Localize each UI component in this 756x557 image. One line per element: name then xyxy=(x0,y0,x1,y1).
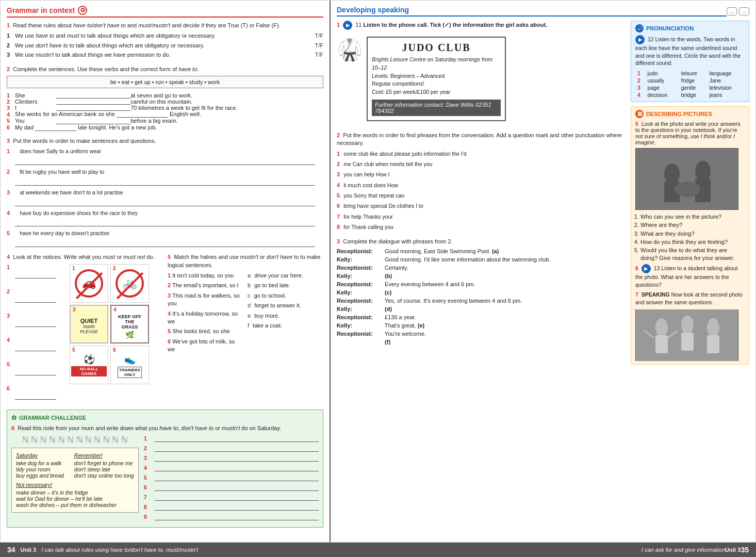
grammar-section-header: Grammar in context ⚙ xyxy=(7,6,323,18)
left-page: Grammar in context ⚙ 1 Read these rules … xyxy=(1,1,331,542)
chat-icon-2: ... xyxy=(739,7,749,15)
describing-pictures-box: 🖼 DESCRIBING PICTURES 5 Look at the phot… xyxy=(631,106,749,365)
right-main-column: 1 ▶ 11 Listen to the phone call. Tick (✓… xyxy=(337,21,623,369)
right-ex1-instruction: 1 ▶ 11 Listen to the phone call. Tick (✓… xyxy=(337,21,623,30)
pronun-row-1: 1 judo leisure language xyxy=(635,70,745,77)
judo-club-title: JUDO CLUB xyxy=(372,42,501,54)
blank-1: 1 xyxy=(144,435,319,442)
right-ex2-instruction: 2 Put the words in order to find phrases… xyxy=(337,132,623,148)
dialogue-11: Receptionist: You're welcome. xyxy=(337,331,623,337)
svg-rect-12 xyxy=(707,335,719,353)
grammar-challenge-content: ℕ ℕ ℕ ℕ ℕ ℕ ℕ ℕ ℕ ℕ ℕ ℕ Saturday take do… xyxy=(11,435,319,523)
right-ex3-instruction: 3 Complete the dialogue with phrases fro… xyxy=(337,238,623,245)
ex2-item-6: 6 bring have special Do clothes I to xyxy=(337,202,623,210)
sent-row-1: 1 She at seven and go to work. xyxy=(7,92,323,99)
tf-item-3: 3 We use mustn't to talk about things we… xyxy=(7,51,323,59)
right-exercise-1: 1 ▶ 11 Listen to the phone call. Tick (✓… xyxy=(337,21,623,125)
svg-point-8 xyxy=(681,316,694,334)
describe-exercise-7: 7 SPEAKING Now look at the second photo … xyxy=(635,291,745,361)
exercise-4-instruction: 4 Look at the notices. Write what you mu… xyxy=(7,253,162,261)
svg-point-5 xyxy=(675,182,700,197)
ex3-item-3: 3 at weekends we have don't to a lot pra… xyxy=(7,189,323,206)
exercise-5-instruction: 5 Match the halves and use mustn't or do… xyxy=(168,253,323,269)
photo-2 xyxy=(635,309,738,361)
bottom-bar: 34 Unit 3 I can talk about rules using h… xyxy=(0,543,756,557)
dialogue-12: (f) xyxy=(337,339,623,345)
dialogue-3: Receptionist: Certainly. xyxy=(337,265,623,271)
right-header: Developing speaking ... ... xyxy=(337,6,749,17)
svg-point-1 xyxy=(664,163,680,184)
tf-item-2: 2 We use don't have to to talk about thi… xyxy=(7,42,323,50)
note-area: ℕ ℕ ℕ ℕ ℕ ℕ ℕ ℕ ℕ ℕ ℕ ℕ Saturday take do… xyxy=(11,435,139,523)
judo-club-body: Brights Leisure Centre on Saturday morni… xyxy=(372,56,501,96)
svg-point-2 xyxy=(695,161,711,182)
exercise-1: 1 Read these rules about have to/don't h… xyxy=(7,22,323,59)
judo-club-box: JUDO CLUB Brights Leisure Centre on Satu… xyxy=(367,37,506,121)
blank-6: 6 xyxy=(144,484,319,491)
exercise-6-instruction: 6 Read this note from your mum and write… xyxy=(11,424,319,432)
svg-rect-0 xyxy=(636,148,738,210)
ex2-item-2: 2 me Can club when meets tell the you xyxy=(337,160,623,168)
sent-row-2: 2 Climbers careful on this mountain. xyxy=(7,99,323,105)
svg-point-7 xyxy=(655,318,668,337)
dialogue-4: Kelly: (b) xyxy=(337,273,623,279)
bottom-left: 34 Unit 3 I can talk about rules using h… xyxy=(0,543,330,557)
ex2-item-4: 4 it much cost does How xyxy=(337,182,623,189)
question-4: How do you think they are feeling? xyxy=(640,238,745,245)
page-num-left: 34 xyxy=(7,546,15,554)
judo-image-area: 🥋 xyxy=(337,38,363,62)
right-content: 1 ▶ 11 Listen to the phone call. Tick (✓… xyxy=(337,21,749,369)
dialogue-1: Receptionist: Good morning, East Side Sw… xyxy=(337,248,623,254)
can-do-left: I can talk about rules using have to/don… xyxy=(41,547,198,553)
ex2-item-1: 1 some club like about please judo infor… xyxy=(337,150,623,158)
notice-2: 2 🚲 xyxy=(110,264,149,303)
question-5: Would you like to do what they are doing… xyxy=(640,247,745,261)
right-exercise-2: 2 Put the words in order to find phrases… xyxy=(337,132,623,232)
exercise-2: 2 Complete the sentences. Use these verb… xyxy=(7,65,323,131)
note-not-necessary: Not necessary! make dinner – it's in the… xyxy=(16,482,134,508)
blank-3: 3 xyxy=(144,454,319,462)
dialogue-8: Kelly: (d) xyxy=(337,306,623,312)
notices-container: 1 2 3 4 5 6 1 🚗 xyxy=(7,264,162,409)
pronun-row-4: 4 decision bridge jeans xyxy=(635,91,745,99)
notice-1: 1 🚗 xyxy=(70,264,108,303)
blank-7: 7 xyxy=(144,494,319,501)
match-container: 1 It isn't cold today, so you 2 The emai… xyxy=(168,272,323,356)
developing-speaking-title: Developing speaking xyxy=(337,6,409,14)
match-right: a drive your car here. b go to bed late.… xyxy=(248,272,323,356)
judo-club-area: 🥋 JUDO CLUB Brights Leisure Centre on Sa… xyxy=(337,32,623,125)
describe-exercise-6: 6 ▶ 13 Listen to a student talking about… xyxy=(635,264,745,288)
questions-list-1: Who can you see in the picture? Where ar… xyxy=(640,213,745,261)
notice-5: 5 ⚽ NO BALL GAMES xyxy=(70,346,108,384)
sent-row-4: 4 She works for an American bank so she … xyxy=(7,111,323,118)
mum-note: Saturday take dog for a walk tidy your r… xyxy=(11,448,139,513)
blank-2: 2 xyxy=(144,445,319,452)
dialogue-7: Receptionist: Yes, of course. It's every… xyxy=(337,298,623,304)
dialogue-6: Kelly: (c) xyxy=(337,289,623,296)
ex3-item-1: 1 does have Sally to a uniform wear xyxy=(7,148,323,165)
ex2-item-8: 8 for Thank calling you xyxy=(337,223,623,231)
pronun-table: 1 judo leisure language 2 usually fridge… xyxy=(635,70,745,99)
svg-rect-10 xyxy=(655,335,668,353)
grammar-challenge-header: ✿ GRAMMAR CHALLENGE xyxy=(11,414,319,421)
svg-point-9 xyxy=(707,318,719,337)
describing-pictures-header: 🖼 DESCRIBING PICTURES xyxy=(635,110,745,118)
exercise-3: 3 Put the words in order to make sentenc… xyxy=(7,137,323,247)
chat-icons: ... ... xyxy=(727,7,749,15)
bottom-right: I can ask for and give information Unit … xyxy=(330,543,756,557)
ex3-item-5: 5 have he every day to doesn't practise xyxy=(7,230,323,247)
photo-1 xyxy=(635,148,738,210)
dialogue-2: Kelly: Good morning. I'd like some infor… xyxy=(337,256,623,263)
right-exercise-3: 3 Complete the dialogue with phrases fro… xyxy=(337,238,623,345)
ex4-5-container: 4 Look at the notices. Write what you mu… xyxy=(7,253,323,409)
right-sidebar: 🔊 PRONUNCIATION ▶ 12 Listen to the words… xyxy=(631,21,749,369)
describe-ex5-instruction: 5 Look at the photo and write your answe… xyxy=(635,121,745,145)
developing-speaking-header: Developing speaking xyxy=(337,6,727,17)
notice-images: 1 🚗 2 🚲 xyxy=(70,264,162,384)
sent-row-5: 5 You before a big exam. xyxy=(7,118,323,124)
exercise-5: 5 Match the halves and use mustn't or do… xyxy=(168,253,323,409)
exercise-2-instruction: 2 Complete the sentences. Use these verb… xyxy=(7,65,323,73)
exercise-4: 4 Look at the notices. Write what you mu… xyxy=(7,253,162,409)
pronunciation-box: 🔊 PRONUNCIATION ▶ 12 Listen to the words… xyxy=(631,21,749,102)
photo-2-svg xyxy=(636,309,738,361)
